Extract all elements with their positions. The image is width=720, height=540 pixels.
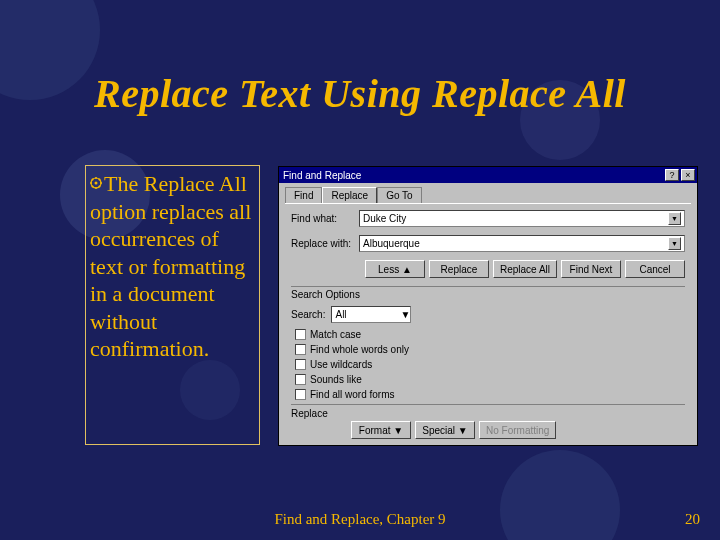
word-forms-label: Find all word forms (310, 389, 394, 400)
svg-line-7 (99, 186, 100, 187)
search-direction-label: Search: (291, 309, 325, 320)
match-case-checkbox[interactable] (295, 329, 306, 340)
dialog-panel: Find what: Duke City ▼ Replace with: Alb… (285, 203, 691, 443)
sounds-like-checkbox[interactable] (295, 374, 306, 385)
svg-point-1 (95, 182, 98, 185)
find-what-value: Duke City (363, 213, 406, 224)
dropdown-icon[interactable]: ▼ (668, 237, 681, 250)
tab-find[interactable]: Find (285, 187, 322, 203)
whole-words-checkbox[interactable] (295, 344, 306, 355)
cancel-button[interactable]: Cancel (625, 260, 685, 278)
tab-goto[interactable]: Go To (377, 187, 422, 203)
replace-group-label: Replace (291, 408, 685, 419)
less-button[interactable]: Less ▲ (365, 260, 425, 278)
body-text-box: The Replace All option replaces all occu… (85, 165, 260, 445)
no-formatting-button[interactable]: No Formatting (479, 421, 556, 439)
footer-text: Find and Replace, Chapter 9 (0, 511, 720, 528)
replace-with-input[interactable]: Albuquerque ▼ (359, 235, 685, 252)
page-number: 20 (685, 511, 700, 528)
sounds-like-label: Sounds like (310, 374, 362, 385)
search-direction-value: All (335, 309, 346, 320)
svg-line-6 (92, 179, 93, 180)
svg-line-9 (92, 186, 93, 187)
wildcards-checkbox[interactable] (295, 359, 306, 370)
slide-title: Replace Text Using Replace All (0, 70, 720, 117)
dropdown-icon[interactable]: ▼ (668, 212, 681, 225)
special-button[interactable]: Special ▼ (415, 421, 475, 439)
dialog-title: Find and Replace (283, 170, 663, 181)
format-button[interactable]: Format ▼ (351, 421, 411, 439)
close-button[interactable]: × (681, 169, 695, 181)
dropdown-icon[interactable]: ▼ (401, 309, 411, 320)
help-button[interactable]: ? (665, 169, 679, 181)
dialog-titlebar[interactable]: Find and Replace ? × (279, 167, 697, 183)
search-options-label: Search Options (291, 286, 685, 304)
tab-replace[interactable]: Replace (322, 187, 377, 203)
replace-all-button[interactable]: Replace All (493, 260, 557, 278)
whole-words-label: Find whole words only (310, 344, 409, 355)
find-what-input[interactable]: Duke City ▼ (359, 210, 685, 227)
match-case-label: Match case (310, 329, 361, 340)
replace-button[interactable]: Replace (429, 260, 489, 278)
find-what-label: Find what: (291, 213, 355, 224)
word-forms-checkbox[interactable] (295, 389, 306, 400)
bullet-text: The Replace All option replaces all occu… (90, 171, 251, 361)
gear-bullet-icon (90, 177, 102, 189)
replace-with-value: Albuquerque (363, 238, 420, 249)
search-direction-combo[interactable]: All ▼ (331, 306, 411, 323)
find-replace-dialog: Find and Replace ? × Find Replace Go To … (278, 166, 698, 446)
wildcards-label: Use wildcards (310, 359, 372, 370)
find-next-button[interactable]: Find Next (561, 260, 621, 278)
replace-with-label: Replace with: (291, 238, 355, 249)
svg-line-8 (99, 179, 100, 180)
dialog-tabs: Find Replace Go To (279, 183, 697, 203)
